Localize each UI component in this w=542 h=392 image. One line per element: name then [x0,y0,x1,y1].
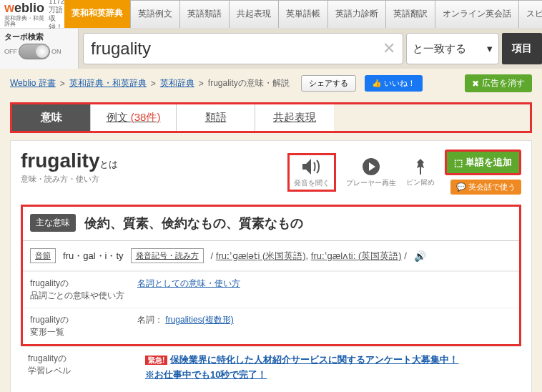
subtab-meaning[interactable]: 意味 [12,104,91,131]
logo[interactable]: weblio 英和辞典・和英辞典 [0,0,49,28]
level-row: frugalityの 学習レベル 緊急!保険業界に特化した人材紹介サービスに関す… [21,346,521,388]
nav-tab-ej[interactable]: 英和和英辞典 [64,0,131,28]
turbo-toggle[interactable] [19,44,50,59]
speaker-icon [300,157,323,177]
fb-like-button[interactable]: 👍 いいね！ [365,75,423,92]
search-row: ターボ検索 OFF ON ✕ と一致する ▾ 項目 [0,29,542,69]
turbo-label: ターボ検索 [4,31,74,42]
close-icon: ✖ [472,79,479,89]
toggle-off-label: OFF [4,48,17,55]
main-meaning-row: 主な意味 倹約、質素、倹約なもの、質素なもの [23,207,519,241]
sub-tabs: 意味 例文 (38件) 類語 共起表現 [10,102,532,133]
chevron-down-icon: ▾ [487,42,493,55]
pos-row: frugalityの 品詞ごとの意味や使い方 名詞としての意味・使い方 [23,271,519,308]
pronunciation-badge[interactable]: 発音記号・読み方 [131,248,204,263]
pin-icon [411,157,430,176]
inflection-link[interactable]: frugalities(複数形) [165,315,233,325]
plus-doc-icon: ⬚ [454,157,463,168]
ipa-text: / fruːˈɡæləṭi (米国英語), fru:ˈgælʌti: (英国英語… [211,250,407,263]
main-meaning-badge: 主な意味 [30,214,76,232]
global-nav: 英和和英辞典 英語例文 英語類語 共起表現 英単語帳 英語力診断 英語翻訳 オン… [64,0,542,28]
nav-tab-wordbook[interactable]: 英単語帳 [279,0,328,28]
share-button[interactable]: シェアする [301,75,356,92]
inline-ad[interactable]: 緊急!保険業界に特化した人材紹介サービスに関するアンケート大募集中！ ※お仕事中… [145,353,458,383]
syllable-row: 音節 fru・gal・i・ty 発音記号・読み方 / fruːˈɡæləṭi (… [23,241,519,271]
nav-tab-eikaiwa[interactable]: オンライン英会話 [435,0,519,28]
add-word-button[interactable]: ⬚ 単語を追加 [445,150,521,175]
syllable-text: fru・gal・i・ty [63,250,124,263]
search-button[interactable]: 項目 [502,33,542,64]
breadcrumb-link[interactable]: 英和辞典・和英辞典 [69,77,147,89]
nav-tab-examples[interactable]: 英語例文 [131,0,180,28]
nav-tab-translate[interactable]: 英語翻訳 [386,0,435,28]
clear-icon[interactable]: ✕ [383,39,395,58]
subtab-examples[interactable]: 例文 (38件) [91,104,177,131]
content-panel: frugalityとは 意味・読み方・使い方 発音を聞く プレーヤー再生 ピン留… [10,140,532,392]
inflection-row: frugalityの 変形一覧 名詞： frugalities(複数形) [23,308,519,344]
pos-link[interactable]: 名詞としての意味・使い方 [137,278,240,288]
use-eikaiwa-button[interactable]: 💬 英会話で使う [450,180,521,195]
nav-tab-speaking[interactable]: スピーキング [519,0,542,28]
chat-icon: 💬 [456,182,466,192]
subtab-cooccur[interactable]: 共起表現 [255,104,334,131]
nav-tab-diag[interactable]: 英語力診断 [328,0,386,28]
turbo-search-cell: ターボ検索 OFF ON [0,29,79,69]
inflect-prefix: 名詞： [137,315,163,325]
syllable-badge[interactable]: 音節 [30,248,56,263]
pin-button[interactable]: ピン留め [406,157,435,187]
breadcrumb-link[interactable]: 英和辞典 [160,77,194,89]
player-button[interactable]: プレーヤー再生 [346,157,396,188]
nav-tab-cooccur[interactable]: 共起表現 [230,0,279,28]
summary-box: 主な意味 倹約、質素、倹約なもの、質素なもの 音節 fru・gal・i・ty 発… [21,205,521,346]
main-meaning: 倹約、質素、倹約なもの、質素なもの [84,215,303,232]
word-title: frugalityとは [21,150,118,172]
record-count: 1172万語収録！ [49,0,64,28]
nav-tab-thesaurus[interactable]: 英語類語 [180,0,230,28]
search-box: ✕ [83,33,403,64]
top-row: weblio 英和辞典・和英辞典 1172万語収録！ 英和和英辞典 英語例文 英… [0,0,542,29]
breadcrumb-row: Weblio 辞書> 英和辞典・和英辞典> 英和辞典> frugalityの意味… [0,69,542,98]
breadcrumb-tail: frugalityの意味・解説 [208,77,290,89]
subtab-related[interactable]: 類語 [177,104,255,131]
ipa-play-icon[interactable]: 🔊 [414,250,426,262]
match-type-select[interactable]: と一致する ▾ [406,33,499,64]
speak-button[interactable]: 発音を聞く [287,153,336,192]
word-subtitle: 意味・読み方・使い方 [21,174,118,185]
word-header: frugalityとは 意味・読み方・使い方 発音を聞く プレーヤー再生 ピン留… [21,150,521,195]
remove-ads-button[interactable]: ✖ 広告を消す [465,74,532,92]
urgent-badge: 緊急! [145,356,167,365]
breadcrumb-link[interactable]: Weblio 辞書 [10,77,56,89]
header-tools: 発音を聞く プレーヤー再生 ピン留め ⬚ 単語を追加 💬 英会話で使う [287,150,521,195]
play-icon [361,157,381,177]
search-input[interactable] [91,39,383,59]
match-label: と一致する [413,42,466,56]
toggle-on-label: ON [51,48,61,55]
